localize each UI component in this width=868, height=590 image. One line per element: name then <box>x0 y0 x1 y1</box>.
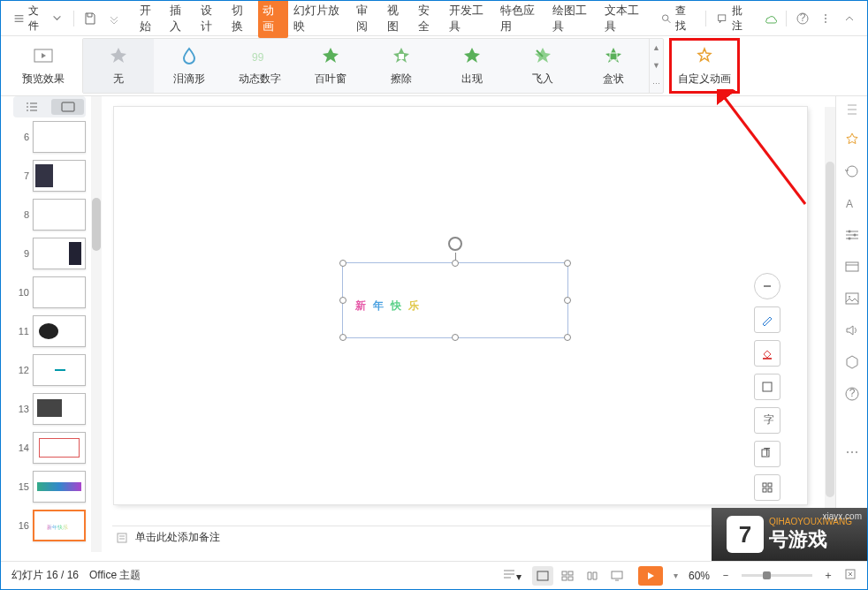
save-button[interactable] <box>80 7 101 30</box>
more-qat-button[interactable] <box>103 7 125 30</box>
fit-button[interactable] <box>844 568 857 583</box>
zoom-in-button[interactable]: ＋ <box>823 568 834 583</box>
sidebar-toggle-icon[interactable] <box>846 103 858 116</box>
more-button[interactable] <box>815 7 836 30</box>
resize-handle[interactable] <box>339 334 346 341</box>
tab-安全[interactable]: 安全 <box>414 0 444 38</box>
thumb-9[interactable]: 9 <box>17 238 86 269</box>
tab-特色应用[interactable]: 特色应用 <box>496 0 547 38</box>
custom-animation-button[interactable]: 自定义动画 <box>669 38 740 94</box>
resize-handle[interactable] <box>452 260 459 267</box>
theme-label: Office 主题 <box>89 568 141 583</box>
play-slideshow-button[interactable] <box>638 566 663 586</box>
collapse-tool-button[interactable] <box>754 273 780 299</box>
settings-icon[interactable] <box>844 227 860 243</box>
tab-幻灯片放映[interactable]: 幻灯片放映 <box>289 0 351 38</box>
zoom-level[interactable]: 60% <box>689 570 710 582</box>
scroll-up-icon[interactable]: ▲ <box>650 39 663 57</box>
effect-无[interactable]: 无 <box>83 39 154 93</box>
help-icon[interactable]: ? <box>844 386 860 402</box>
effect-动态数字[interactable]: 99动态数字 <box>225 39 295 93</box>
canvas-scrollbar[interactable] <box>825 107 835 552</box>
grid-tool-button[interactable] <box>754 474 780 501</box>
zoom-slider[interactable] <box>742 574 812 577</box>
pen-tool-button[interactable] <box>754 306 780 333</box>
collapse-ribbon-button[interactable] <box>839 7 860 30</box>
scroll-more-icon[interactable]: ⋯ <box>650 75 663 93</box>
annotate-label: 批注 <box>732 4 751 34</box>
reading-view-button[interactable] <box>582 566 603 586</box>
effect-飞入[interactable]: 飞入 <box>507 39 578 93</box>
floating-toolbar: 字 T <box>754 273 780 501</box>
badge-url: xiayx.com <box>823 511 862 521</box>
resize-handle[interactable] <box>452 334 459 341</box>
thumb-11[interactable]: 11 <box>17 315 86 347</box>
thumb-13[interactable]: 13 <box>17 393 86 425</box>
tab-审阅[interactable]: 审阅 <box>352 0 382 38</box>
volume-icon[interactable] <box>844 322 860 338</box>
effect-盒状[interactable]: 盒状 <box>578 39 649 93</box>
tab-开发工具[interactable]: 开发工具 <box>445 0 496 38</box>
tab-动画[interactable]: 动画 <box>258 0 288 38</box>
effect-出现[interactable]: 出现 <box>437 39 507 93</box>
fill-tool-button[interactable] <box>754 340 780 367</box>
normal-view-button[interactable] <box>532 566 553 586</box>
resize-handle[interactable] <box>339 260 346 267</box>
slide-canvas[interactable]: 新年快乐 字 T <box>114 107 807 504</box>
cloud-sync-button[interactable] <box>759 7 780 30</box>
thumbnail-scrollbar[interactable] <box>91 96 102 552</box>
gallery-scroll[interactable]: ▲ ▼ ⋯ <box>649 39 663 93</box>
custom-anim-icon <box>695 47 714 66</box>
statusbar: 幻灯片 16 / 16 Office 主题 ▾ ▾ 60% － ＋ <box>1 561 867 589</box>
resize-handle[interactable] <box>564 260 571 267</box>
notes-toggle[interactable]: ▾ <box>502 568 522 583</box>
svg-rect-21 <box>768 488 772 492</box>
tab-设计[interactable]: 设计 <box>196 0 226 38</box>
loop-icon[interactable] <box>844 163 860 179</box>
help-button[interactable]: ? <box>792 7 813 30</box>
thumb-15[interactable]: 15 <box>17 471 86 503</box>
thumbnail-view-button[interactable] <box>51 99 84 115</box>
resize-handle[interactable] <box>564 334 571 341</box>
tab-开始[interactable]: 开始 <box>135 0 165 38</box>
resize-handle[interactable] <box>339 297 346 304</box>
thumb-8[interactable]: 8 <box>17 199 86 231</box>
star-icon[interactable] <box>844 132 860 148</box>
outline-view-button[interactable] <box>15 99 48 115</box>
thumb-12[interactable]: 12 <box>17 354 86 386</box>
thumb-10[interactable]: 10 <box>17 276 86 308</box>
hex-icon[interactable] <box>844 354 860 370</box>
slideshow-view-button[interactable] <box>606 566 628 586</box>
tab-切换[interactable]: 切换 <box>227 0 257 38</box>
search-button[interactable]: 查找 <box>655 4 700 34</box>
resize-handle[interactable] <box>564 297 571 304</box>
font-icon[interactable]: A <box>844 195 860 211</box>
tab-绘图工具[interactable]: 绘图工具 <box>548 0 599 38</box>
zoom-out-button[interactable]: － <box>720 568 731 583</box>
archive-icon[interactable] <box>844 259 860 275</box>
svg-point-0 <box>662 14 668 20</box>
selected-textbox[interactable]: 新年快乐 <box>342 262 568 338</box>
tab-插入[interactable]: 插入 <box>165 0 195 38</box>
thumb-7[interactable]: 7 <box>17 160 86 192</box>
scroll-down-icon[interactable]: ▼ <box>650 57 663 74</box>
thumb-14[interactable]: 14 <box>17 432 86 464</box>
thumb-16[interactable]: 16新年快乐 <box>17 510 86 541</box>
effect-泪滴形[interactable]: 泪滴形 <box>154 39 225 93</box>
svg-point-6 <box>825 21 826 23</box>
image-icon[interactable] <box>844 291 860 306</box>
effect-百叶窗[interactable]: 百叶窗 <box>295 39 366 93</box>
file-menu[interactable]: 文件 <box>8 0 68 37</box>
tab-文本工具[interactable]: 文本工具 <box>600 0 651 38</box>
effect-擦除[interactable]: 擦除 <box>366 39 437 93</box>
textbox-tool-button[interactable]: T <box>754 441 780 467</box>
outline-tool-button[interactable] <box>754 374 780 400</box>
annotate-button[interactable]: 批注 <box>712 4 757 34</box>
preview-effect-button[interactable]: 预览效果 <box>8 38 79 94</box>
textwrap-tool-button[interactable]: 字 <box>754 407 780 434</box>
thumb-6[interactable]: 6 <box>17 121 86 153</box>
tab-视图[interactable]: 视图 <box>383 0 413 38</box>
more-icon[interactable] <box>844 444 860 460</box>
sorter-view-button[interactable] <box>557 566 578 586</box>
rotate-handle[interactable] <box>448 237 462 251</box>
